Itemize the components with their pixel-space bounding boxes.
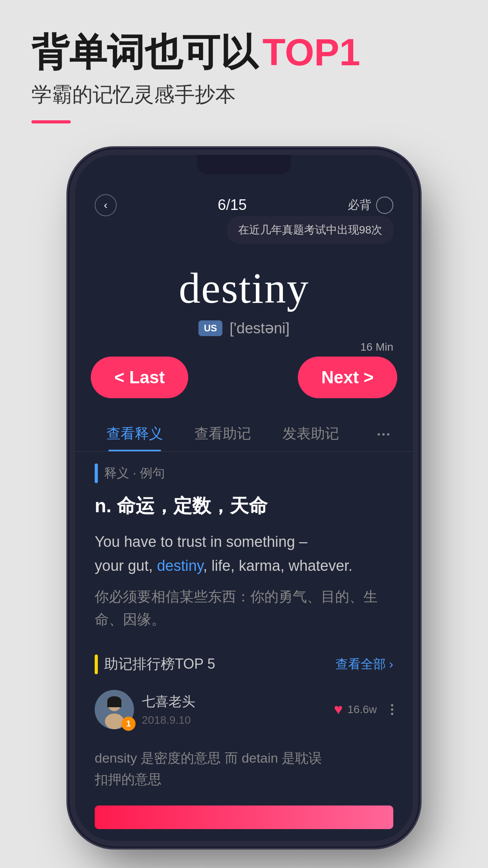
- ranking-item: 1 七喜老头 2018.9.10 ♥ 16.6w: [95, 684, 393, 736]
- username: 七喜老头: [142, 693, 326, 711]
- phone-screen: ‹ 6/15 必背 在近几年真题考试中出现98次 destiny US: [75, 155, 413, 841]
- definition-text: n. 命运，定数，天命: [95, 493, 393, 519]
- dot2: [382, 433, 385, 436]
- dot3: [387, 433, 389, 436]
- svg-rect-4: [107, 701, 121, 707]
- phone-container: ‹ 6/15 必背 在近几年真题考试中出现98次 destiny US: [0, 155, 488, 841]
- notch-cutout: [197, 155, 291, 175]
- tab-more[interactable]: [370, 427, 397, 442]
- section-title: 释义 · 例句: [104, 465, 165, 482]
- word-area: destiny US ['destəni]: [75, 244, 413, 345]
- phone-notch: [75, 155, 413, 186]
- avatar-container: 1: [95, 690, 134, 729]
- user-date: 2018.9.10: [142, 714, 326, 726]
- must-memorize-area: 必背: [348, 197, 393, 214]
- next-button[interactable]: Next >: [298, 357, 397, 398]
- section-bar-yellow: [95, 655, 98, 674]
- phonetic-text: ['destəni]: [229, 320, 290, 337]
- section-label: 释义 · 例句: [95, 463, 393, 483]
- title-highlight: TOP1: [262, 31, 360, 73]
- bottom-accent: [95, 805, 393, 829]
- back-button[interactable]: ‹: [95, 194, 117, 216]
- likes-area: ♥ 16.6w: [334, 701, 377, 718]
- subtitle: 学霸的记忆灵感手抄本: [31, 81, 457, 108]
- title-part1: 背单词也可以: [31, 31, 258, 73]
- ranking-label-row: 助记排行榜TOP 5: [95, 655, 215, 674]
- last-button[interactable]: < Last: [91, 357, 188, 398]
- phone-outer: ‹ 6/15 必背 在近几年真题考试中出现98次 destiny US: [75, 155, 413, 841]
- main-title: 背单词也可以 TOP1: [31, 31, 457, 73]
- svg-point-2: [105, 714, 124, 729]
- screen-header: ‹ 6/15 必背: [75, 186, 413, 220]
- more-options[interactable]: [391, 704, 393, 715]
- more-dot2: [391, 708, 393, 711]
- tab-definition[interactable]: 查看释义: [91, 418, 179, 451]
- view-all-button[interactable]: 查看全部 ›: [336, 656, 393, 673]
- likes-count: 16.6w: [347, 703, 377, 716]
- definition-area: 释义 · 例句 n. 命运，定数，天命 You have to trust in…: [75, 452, 413, 655]
- tooltip-area: 在近几年真题考试中出现98次: [75, 216, 413, 244]
- more-dot1: [391, 704, 393, 706]
- example-english: You have to trust in something –your gut…: [95, 530, 393, 578]
- ranking-title: 助记排行榜TOP 5: [104, 655, 215, 674]
- word-display: destiny: [95, 263, 393, 313]
- memo-preview: density 是密度的意思 而 detain 是耽误扣押的意思: [75, 747, 413, 806]
- heart-icon[interactable]: ♥: [334, 701, 343, 718]
- ranking-section: 助记排行榜TOP 5 查看全部 ›: [75, 655, 413, 747]
- progress-indicator: 6/15: [218, 197, 247, 213]
- tooltip-bubble: 在近几年真题考试中出现98次: [227, 216, 393, 244]
- ranking-header: 助记排行榜TOP 5 查看全部 ›: [95, 655, 393, 674]
- us-badge: US: [198, 320, 222, 336]
- example-chinese: 你必须要相信某些东西：你的勇气、目的、生命、因缘。: [95, 585, 393, 631]
- rank-badge: 1: [121, 717, 136, 731]
- page-background: 背单词也可以 TOP1 学霸的记忆灵感手抄本 ‹ 6/15 必背: [0, 0, 488, 868]
- top-banner: 背单词也可以 TOP1 学霸的记忆灵感手抄本: [0, 0, 488, 139]
- nav-buttons: 16 Min < Last Next >: [75, 345, 413, 410]
- tab-mnemonic[interactable]: 查看助记: [179, 418, 267, 451]
- tab-post-mnemonic[interactable]: 发表助记: [267, 418, 355, 451]
- tab-bar: 查看释义 查看助记 发表助记: [75, 410, 413, 452]
- time-label: 16 Min: [360, 341, 393, 353]
- user-info: 七喜老头 2018.9.10: [142, 693, 326, 726]
- must-memorize-label: 必背: [348, 197, 371, 213]
- circle-toggle[interactable]: [376, 197, 393, 214]
- more-dot3: [391, 713, 393, 715]
- dot1: [378, 433, 380, 436]
- accent-line: [31, 120, 71, 123]
- section-bar-blue: [95, 463, 98, 483]
- phonetic-row: US ['destəni]: [95, 320, 393, 337]
- chevron-right-icon: ›: [389, 657, 393, 671]
- word-highlight-destiny: destiny: [157, 557, 203, 574]
